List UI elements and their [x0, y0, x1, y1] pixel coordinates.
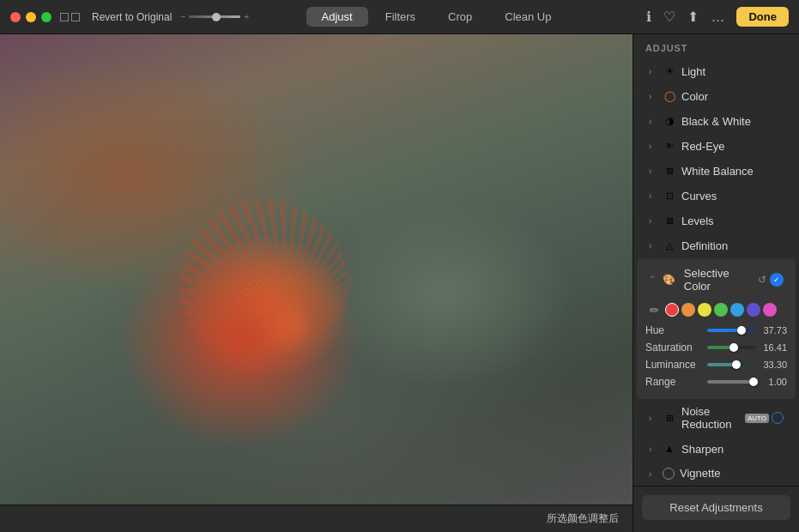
luminance-slider-thumb[interactable] [732, 360, 741, 369]
luminance-value: 33.30 [760, 360, 787, 370]
light-label: Light [681, 65, 784, 78]
info-button[interactable]: ℹ [646, 9, 651, 25]
color-icon: ◯ [663, 89, 676, 103]
done-button[interactable]: Done [736, 7, 789, 27]
status-text: 所选颜色调整后 [547, 511, 619, 526]
zoom-out-icon: − [180, 12, 185, 21]
tab-cleanup[interactable]: Clean Up [489, 7, 566, 27]
saturation-slider-thumb[interactable] [729, 343, 738, 352]
color-swatch-cyan[interactable] [730, 303, 744, 317]
chevron-right-icon: › [649, 142, 657, 150]
noise-reduction-label: Noise Reduction [681, 405, 742, 431]
wb-icon: ⊠ [663, 164, 676, 178]
sidebar-item-noise-reduction[interactable]: › ⊞ Noise Reduction AUTO [637, 400, 796, 436]
zoom-slider[interactable]: − + [180, 12, 249, 21]
selective-color-section: › 🎨 Selective Color ↺ ✓ ✏ [637, 258, 796, 399]
curves-icon: ⊡ [663, 189, 676, 203]
tab-crop[interactable]: Crop [433, 7, 487, 27]
sidebar-item-curves[interactable]: › ⊡ Curves [637, 184, 796, 208]
chevron-right-icon: › [649, 444, 657, 453]
range-slider-thumb[interactable] [749, 378, 758, 386]
hue-slider-row: Hue 37.73 [644, 322, 789, 339]
color-swatch-magenta[interactable] [763, 303, 777, 317]
minimize-button[interactable] [26, 12, 36, 22]
right-panel: ADJUST › ☀ Light › ◯ Color › ◑ Black & W… [633, 34, 799, 532]
maximize-button[interactable] [41, 12, 51, 22]
sidebar-item-light[interactable]: › ☀ Light [637, 59, 796, 83]
chevron-down-icon: › [649, 275, 657, 284]
color-swatch-green[interactable] [714, 303, 728, 317]
light-icon: ☀ [663, 64, 676, 78]
sidebar-item-vignette[interactable]: › Vignette [637, 462, 796, 485]
zoom-track[interactable] [189, 15, 240, 18]
sidebar-item-definition[interactable]: › △ Definition [637, 233, 796, 257]
zoom-thumb[interactable] [212, 13, 221, 21]
image-area [0, 34, 633, 505]
titlebar-right: ℹ ♡ ⬆ … Done [646, 7, 789, 27]
reset-adjustments-button[interactable]: Reset Adjustments [642, 495, 790, 520]
sidebar-item-wb[interactable]: › ⊠ White Balance [637, 159, 796, 183]
eyedropper-tool[interactable]: ✏ [645, 301, 663, 318]
levels-label: Levels [681, 215, 784, 227]
more-button[interactable]: … [711, 9, 724, 25]
chevron-right-icon: › [649, 67, 657, 76]
adjust-list: › ☀ Light › ◯ Color › ◑ Black & White › … [633, 58, 799, 486]
shell-photo [0, 34, 633, 505]
selective-color-header: › 🎨 Selective Color ↺ ✓ [644, 263, 789, 298]
saturation-slider-track[interactable] [707, 346, 756, 349]
window-mode-icon [60, 13, 80, 21]
sc-reset-icon[interactable]: ↺ [758, 274, 766, 286]
tab-adjust[interactable]: Adjust [306, 7, 368, 27]
nav-tabs: Adjust Filters Crop Clean Up [306, 7, 567, 27]
color-label: Color [681, 90, 784, 103]
chevron-right-icon: › [649, 92, 657, 100]
wb-label: White Balance [681, 165, 784, 178]
chevron-right-icon: › [649, 166, 657, 175]
sidebar-item-sharpen[interactable]: › ▲ Sharpen [637, 437, 796, 461]
hue-slider-track[interactable] [707, 329, 756, 332]
sharpen-label: Sharpen [681, 443, 784, 456]
saturation-value: 16.41 [760, 342, 787, 353]
hue-slider-thumb[interactable] [737, 326, 746, 335]
color-swatch-yellow[interactable] [698, 303, 711, 317]
heart-button[interactable]: ♡ [663, 9, 675, 25]
sidebar-item-redeye[interactable]: › 👁 Red-Eye [637, 134, 796, 158]
zoom-in-icon: + [244, 12, 249, 21]
chevron-right-icon: › [649, 117, 657, 125]
share-button[interactable]: ⬆ [687, 9, 699, 25]
levels-icon: ⊠ [663, 214, 676, 227]
vignette-label: Vignette [680, 467, 784, 480]
sidebar-item-bw[interactable]: › ◑ Black & White [637, 109, 796, 133]
hue-value: 37.73 [760, 325, 787, 336]
selective-color-icon: 🎨 [663, 274, 675, 286]
color-swatch-blue[interactable] [747, 303, 760, 317]
auto-badge: AUTO [745, 414, 769, 423]
statusbar: 所选颜色调整后 [0, 505, 633, 532]
sc-header-right: ↺ ✓ [758, 273, 784, 287]
hue-label: Hue [645, 324, 704, 336]
chevron-right-icon: › [649, 191, 657, 200]
chevron-right-icon: › [649, 469, 657, 478]
tab-filters[interactable]: Filters [370, 7, 431, 27]
titlebar: Revert to Original − + Adjust Filters Cr… [0, 0, 799, 34]
sidebar-item-levels[interactable]: › ⊠ Levels [637, 209, 796, 233]
sc-active-indicator[interactable]: ✓ [770, 273, 784, 287]
revert-button[interactable]: Revert to Original [92, 11, 172, 23]
reset-btn-container: Reset Adjustments [633, 486, 799, 532]
luminance-slider-track[interactable] [707, 363, 756, 366]
range-label: Range [645, 376, 704, 388]
chevron-right-icon: › [649, 216, 657, 225]
panel-header: ADJUST [633, 34, 799, 58]
sidebar-item-color[interactable]: › ◯ Color [637, 84, 796, 108]
color-swatch-orange[interactable] [681, 303, 695, 317]
color-swatch-red[interactable] [665, 303, 679, 317]
sc-header-left: › 🎨 Selective Color [649, 267, 758, 293]
noise-reduction-toggle[interactable] [772, 412, 784, 424]
close-button[interactable] [10, 12, 21, 22]
selective-color-label: Selective Color [684, 267, 758, 293]
chevron-right-icon: › [649, 414, 657, 422]
chevron-right-icon: › [649, 241, 657, 250]
definition-label: Definition [681, 239, 784, 252]
range-slider-track[interactable] [707, 380, 756, 384]
sharpen-icon: ▲ [663, 442, 676, 456]
